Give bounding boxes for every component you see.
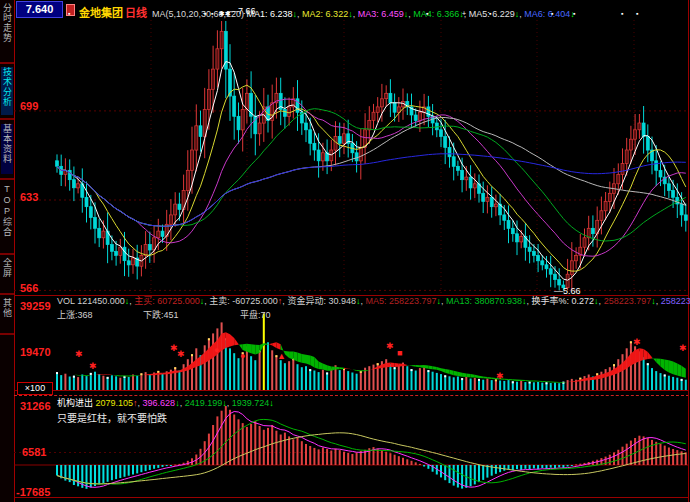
volume-unit-label: ×100 (17, 382, 53, 395)
inst-axis-label: 31266 (20, 401, 51, 412)
inst-header: 机构进出 2079.105↑, 396.628↓, 2419.199↓, 193… (57, 398, 274, 408)
unchanged-stat: 平盘:70 (240, 308, 271, 321)
panel-divider (14, 497, 689, 498)
sidebar-divider (0, 333, 14, 335)
sidebar: 分时走势 技术分析 基本资料 TOP综合 全屏 其他 (0, 0, 15, 502)
sidebar-tab-other[interactable]: 其他 (1, 298, 13, 330)
text-segment: MA13: 380870.938 (446, 296, 522, 306)
sidebar-divider (0, 253, 14, 255)
event-marker: ▪ (573, 10, 575, 18)
volume-axis-label: 19470 (20, 347, 51, 358)
event-marker: ▪ (489, 10, 491, 18)
text-segment: VOL 121450.000 (57, 296, 125, 306)
panel-divider (14, 390, 689, 391)
sidebar-divider (0, 293, 14, 295)
text-segment: 396.628 (143, 398, 176, 408)
inst-axis-label: -17685 (16, 487, 50, 498)
inst-axis-label: 6581 (22, 447, 46, 458)
app-window: 分时走势 技术分析 基本资料 TOP综合 全屏 其他 7.640 金地集团日线M… (0, 0, 690, 502)
advancers-stat: 上涨:368 (57, 308, 93, 321)
text-segment: MA5: 258223.797 (365, 296, 436, 306)
sidebar-tab-top[interactable]: TOP综合 (1, 184, 13, 250)
event-marker: ▪ (204, 10, 206, 18)
text-segment: 2419.199 (185, 398, 223, 408)
top-markers: ▪▪▪✱✱▪+▪▪▪▪▪ (0, 10, 690, 19)
event-marker: ▪ (211, 10, 213, 18)
text-segment: 资金异动: 30.948 (287, 296, 356, 306)
event-marker: ▪ (551, 10, 553, 18)
text-segment: 258223.797 (604, 296, 652, 306)
event-marker: ▪ (636, 10, 638, 18)
event-marker: ▪ (426, 10, 428, 18)
price-axis-label: 633 (20, 192, 38, 203)
sidebar-divider (0, 178, 14, 180)
text-segment: ↓ (269, 398, 274, 408)
text-segment: 1939.724 (232, 398, 270, 408)
price-axis-label: 566 (20, 283, 38, 294)
text-segment: 主买: 60725.000 (134, 296, 200, 306)
decliners-stat: 下跌:451 (143, 308, 179, 321)
volume-canvas[interactable] (14, 306, 689, 390)
window-border (688, 0, 689, 502)
sidebar-divider (0, 62, 14, 64)
text-segment: 机构进出 (57, 398, 96, 408)
text-segment: 主卖: -60725.000 (209, 296, 278, 306)
volume-header: VOL 121450.000↓, 主买: 60725.000↓, 主卖: -60… (57, 296, 690, 306)
sidebar-tab-fundamental[interactable]: 基本资料 (1, 124, 13, 174)
volume-axis-label: 39259 (20, 301, 51, 312)
event-marker: ✱ (219, 10, 225, 18)
event-marker: + (462, 10, 466, 18)
sidebar-tab-technical[interactable]: 技术分析 (1, 67, 13, 115)
text-segment: 258223. (661, 296, 690, 306)
event-marker: ▪ (68, 10, 70, 18)
event-marker: ▪ (621, 10, 623, 18)
high-price-annotation: —7.66 (229, 6, 256, 16)
main-chart-canvas[interactable] (14, 20, 689, 295)
low-price-annotation: —5.66 (554, 286, 581, 296)
sidebar-tab-fullscreen[interactable]: 全屏 (1, 258, 13, 290)
indicator-slogan: 只要是红柱，就不要怕跌 (57, 410, 167, 425)
indicator-panel-border (14, 395, 689, 396)
sidebar-divider (0, 118, 14, 120)
text-segment: 2079.105 (96, 398, 134, 408)
price-axis-label: 699 (20, 101, 38, 112)
text-segment: 换手率%: 0.272 (532, 296, 595, 306)
